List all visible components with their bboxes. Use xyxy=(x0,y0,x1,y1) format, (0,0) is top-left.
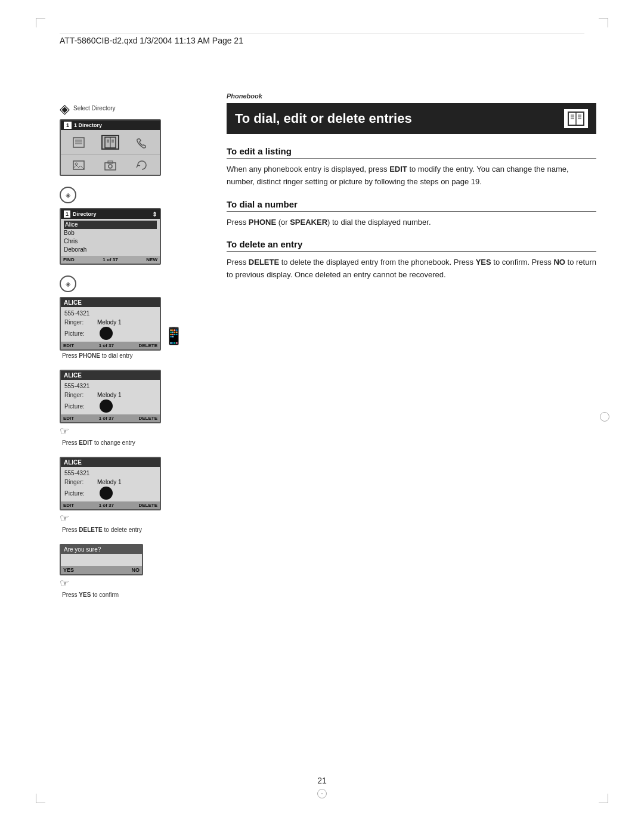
alice2-count: 1 of 37 xyxy=(99,416,114,421)
alice-footer-1: EDIT 1 of 37 DELETE xyxy=(61,342,160,349)
alice2-picture-circle xyxy=(100,400,113,413)
alice2-delete-btn: DELETE xyxy=(138,416,157,421)
directory-list-body: Alice Bob Chris Deborah xyxy=(61,219,160,256)
alice2-number: 555-4321 xyxy=(64,382,89,391)
section-label: Phonebook xyxy=(227,92,596,100)
footer-find: FIND xyxy=(63,257,75,262)
alice3-delete-btn: DELETE xyxy=(138,503,157,508)
list-item-deborah: Deborah xyxy=(64,246,157,254)
alice3-number: 555-4321 xyxy=(64,469,89,478)
alice-ringer-label: Ringer: xyxy=(64,318,97,327)
icon-phone xyxy=(133,135,151,150)
icon-list xyxy=(70,135,88,150)
svg-point-13 xyxy=(109,165,112,168)
press-edit-label: Press EDIT to change entry xyxy=(62,439,135,446)
sure-no-btn: NO xyxy=(132,567,140,573)
alice-body-2: 555-4321 Ringer: Melody 1 Picture: xyxy=(61,380,160,414)
directory-list-title: 1 Directory ⇕ xyxy=(61,209,160,219)
alice-screen-2: ALICE 555-4321 Ringer: Melody 1 Picture:… xyxy=(60,370,161,423)
alice2-ringer-label: Ringer: xyxy=(64,391,97,400)
alice-count: 1 of 37 xyxy=(99,343,114,348)
alice2-number-row: 555-4321 xyxy=(64,382,156,391)
alice-footer-3: EDIT 1 of 37 DELETE xyxy=(61,501,160,509)
screen2-dir-label: Directory xyxy=(73,211,97,217)
phonebook-icon-screen: 1 1 Directory xyxy=(60,119,161,176)
alice3-number-row: 555-4321 xyxy=(64,469,156,478)
svg-rect-0 xyxy=(73,138,84,147)
svg-rect-12 xyxy=(105,163,116,170)
alice-header-1: ALICE xyxy=(61,298,160,307)
screen2-arrow: ⇕ xyxy=(152,211,157,218)
sure-yes-btn: YES xyxy=(63,567,74,573)
reg-mark-bottom xyxy=(317,789,327,798)
finger-icon-2: ☞ xyxy=(60,425,69,438)
screen1-dir-label: 1 Directory xyxy=(74,122,102,128)
screen-section-1: ◈ Select Directory 1 1 Directory xyxy=(60,101,209,176)
press-yes-label: Press YES to confirm xyxy=(62,592,119,598)
alice-number-row: 555-4321 xyxy=(64,309,156,318)
list-item-chris: Chris xyxy=(64,237,157,246)
sure-screen: Are you sure? YES NO xyxy=(60,544,143,575)
finger-icon-4: ☞ xyxy=(60,577,69,590)
alice2-picture-label: Picture: xyxy=(64,402,97,411)
page-number: 21 xyxy=(317,776,327,785)
finger-icon-3: ☞ xyxy=(60,512,69,525)
alice2-ringer-value: Melody 1 xyxy=(97,391,122,400)
alice3-ringer-row: Ringer: Melody 1 xyxy=(64,478,156,487)
alice2-picture-row: Picture: xyxy=(64,400,156,413)
icon-book xyxy=(101,135,119,150)
nav-icon-3: ◈ xyxy=(60,275,76,292)
sure-footer: YES NO xyxy=(61,566,142,574)
main-title: To dial, edit or delete entries xyxy=(235,111,412,126)
alice3-ringer-value: Melody 1 xyxy=(97,478,122,487)
alice-footer-2: EDIT 1 of 37 DELETE xyxy=(61,414,160,422)
screen1-title: 1 1 Directory xyxy=(61,120,160,130)
screen2-num: 1 xyxy=(64,210,70,218)
nav-icon-1: ◈ xyxy=(60,101,70,117)
footer-new: NEW xyxy=(146,257,157,262)
directory-list-screen: 1 Directory ⇕ Alice Bob Chris Deborah FI… xyxy=(60,208,161,265)
alice3-edit-btn: EDIT xyxy=(63,503,74,508)
alice-ringer-value: Melody 1 xyxy=(97,318,122,327)
section-text-delete: Press DELETE to delete the displayed ent… xyxy=(227,256,596,281)
alice-screen-1: ALICE 555-4321 Ringer: Melody 1 Picture: xyxy=(60,297,161,351)
sure-header: Are you sure? xyxy=(61,545,142,554)
alice3-picture-row: Picture: xyxy=(64,487,156,500)
nav-icon-2: ◈ xyxy=(60,187,76,203)
icon-camera xyxy=(101,157,119,172)
screen-section-3: ◈ ALICE 555-4321 Ringer: Melody 1 Pictur… xyxy=(60,275,209,359)
sure-body xyxy=(61,554,142,566)
crop-mark-tl xyxy=(36,18,45,27)
screen-section-6: Are you sure? YES NO ☞ Press YES to conf… xyxy=(60,544,209,598)
screen1-icons-row xyxy=(61,130,160,154)
header-file-info: ATT-5860CIB-d2.qxd 1/3/2004 11:13 AM Pag… xyxy=(60,36,243,45)
phone-graphic-1: 📱 xyxy=(163,326,184,346)
list-item-alice: Alice xyxy=(64,221,157,229)
alice-delete-btn: DELETE xyxy=(138,343,157,348)
right-column: Phonebook To dial, edit or delete entrie… xyxy=(227,92,596,292)
alice3-ringer-label: Ringer: xyxy=(64,478,97,487)
alice3-picture-label: Picture: xyxy=(64,489,97,498)
alice-screen-3: ALICE 555-4321 Ringer: Melody 1 Picture:… xyxy=(60,457,161,510)
left-column: ◈ Select Directory 1 1 Directory xyxy=(60,101,209,609)
alice-edit-btn: EDIT xyxy=(63,343,74,348)
screen1-number: 1 xyxy=(64,122,72,129)
title-book-icon xyxy=(564,109,588,128)
crop-mark-tr xyxy=(599,18,608,27)
alice-ringer-row: Ringer: Melody 1 xyxy=(64,318,156,327)
alice3-count: 1 of 37 xyxy=(99,503,114,508)
press-phone-label: Press PHONE to dial entry xyxy=(62,352,132,359)
icon-picture xyxy=(70,157,88,172)
crop-mark-br xyxy=(599,794,608,803)
screen-section-4: ALICE 555-4321 Ringer: Melody 1 Picture:… xyxy=(60,370,209,446)
alice3-picture-circle xyxy=(100,487,113,500)
select-dir-label: Select Directory xyxy=(73,105,116,112)
alice-picture-row: Picture: xyxy=(64,327,156,340)
section-text-edit: When any phonebook entry is displayed, p… xyxy=(227,163,596,188)
list-item-bob: Bob xyxy=(64,229,157,237)
crop-mark-bl xyxy=(36,794,45,803)
screen-section-2: ◈ 1 Directory ⇕ Alice Bob Chris Deborah … xyxy=(60,187,209,265)
main-title-bar: To dial, edit or delete entries xyxy=(227,103,596,134)
alice-picture-label: Picture: xyxy=(64,329,97,338)
alice-picture-circle xyxy=(100,327,113,340)
